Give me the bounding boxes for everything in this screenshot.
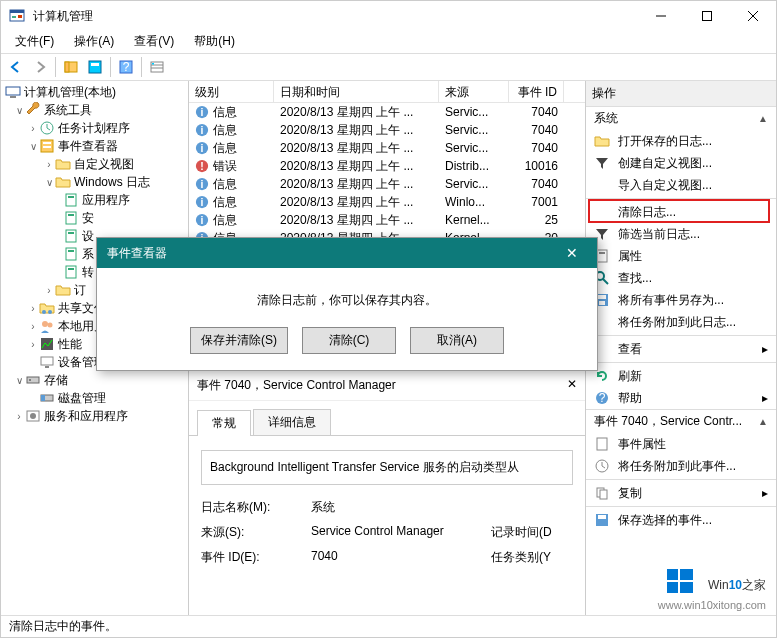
- maximize-button[interactable]: [684, 1, 730, 31]
- tree-task-scheduler[interactable]: ›任务计划程序: [3, 119, 186, 137]
- menu-view[interactable]: 查看(V): [124, 31, 184, 53]
- minimize-button[interactable]: [638, 1, 684, 31]
- menu-action[interactable]: 操作(A): [64, 31, 124, 53]
- expand-icon[interactable]: ›: [27, 339, 39, 350]
- watermark-url: www.win10xitong.com: [658, 599, 766, 611]
- action-save-events-as[interactable]: 将所有事件另存为...: [586, 289, 776, 311]
- titlebar: 计算机管理: [1, 1, 776, 31]
- action-help[interactable]: ?帮助▸: [586, 387, 776, 409]
- tab-general[interactable]: 常规: [197, 410, 251, 436]
- table-row[interactable]: i信息2020/8/13 星期四 上午 ...Servic...7040: [189, 139, 585, 157]
- dialog-clear-button[interactable]: 清除(C): [302, 327, 396, 354]
- action-view[interactable]: 查看▸: [586, 338, 776, 360]
- tree-disk-mgmt[interactable]: 磁盘管理: [3, 389, 186, 407]
- collapse-icon[interactable]: ▲: [758, 113, 768, 124]
- svg-rect-32: [66, 266, 76, 278]
- collapse-icon[interactable]: ∨: [13, 375, 25, 386]
- expand-icon[interactable]: ›: [13, 411, 25, 422]
- action-open-saved[interactable]: 打开保存的日志...: [586, 130, 776, 152]
- svg-rect-26: [66, 212, 76, 224]
- logname-value: 系统: [311, 499, 335, 516]
- action-create-custom[interactable]: 创建自定义视图...: [586, 152, 776, 174]
- tree-event-viewer[interactable]: ∨事件查看器: [3, 137, 186, 155]
- expand-icon[interactable]: ›: [43, 159, 55, 170]
- menu-file[interactable]: 文件(F): [5, 31, 64, 53]
- action-find[interactable]: 查找...: [586, 267, 776, 289]
- table-row[interactable]: i信息2020/8/13 星期四 上午 ...Servic...7040: [189, 121, 585, 139]
- log-icon: [63, 192, 79, 208]
- statusbar: 清除日志中的事件。: [1, 615, 776, 637]
- detail-close-icon[interactable]: ✕: [567, 377, 577, 394]
- tree-services-apps[interactable]: ›服务和应用程序: [3, 407, 186, 425]
- action-attach-task-event[interactable]: 将任务附加到此事件...: [586, 455, 776, 477]
- svg-point-42: [29, 379, 31, 381]
- svg-point-36: [42, 321, 48, 327]
- svg-rect-18: [6, 87, 20, 95]
- svg-rect-44: [41, 395, 45, 401]
- dialog-cancel-button[interactable]: 取消(A): [410, 327, 504, 354]
- svg-point-34: [42, 310, 46, 314]
- header-eventid[interactable]: 事件 ID: [509, 81, 564, 102]
- action-event-properties[interactable]: 事件属性: [586, 433, 776, 455]
- dialog-save-clear-button[interactable]: 保存并清除(S): [190, 327, 288, 354]
- tree-security-log[interactable]: 安: [3, 209, 186, 227]
- tree-windows-logs[interactable]: ∨Windows 日志: [3, 173, 186, 191]
- close-button[interactable]: [730, 1, 776, 31]
- tool-properties[interactable]: [84, 56, 106, 78]
- tree-system-tools[interactable]: ∨系统工具: [3, 101, 186, 119]
- action-copy[interactable]: 复制▸: [586, 482, 776, 504]
- header-source[interactable]: 来源: [439, 81, 509, 102]
- tree-root[interactable]: 计算机管理(本地): [3, 83, 186, 101]
- header-datetime[interactable]: 日期和时间: [274, 81, 439, 102]
- dialog-close-button[interactable]: ✕: [557, 245, 587, 261]
- expand-icon[interactable]: ›: [27, 123, 39, 134]
- action-attach-task-log[interactable]: 将任务附加到此日志...: [586, 311, 776, 333]
- collapse-icon[interactable]: ▲: [758, 416, 768, 427]
- back-button[interactable]: [5, 56, 27, 78]
- menu-help[interactable]: 帮助(H): [184, 31, 245, 53]
- svg-rect-40: [45, 366, 49, 368]
- table-row[interactable]: i信息2020/8/13 星期四 上午 ...Winlo...7001: [189, 193, 585, 211]
- header-level[interactable]: 级别: [189, 81, 274, 102]
- tool-show-hide[interactable]: [60, 56, 82, 78]
- svg-rect-11: [91, 63, 99, 66]
- forward-button[interactable]: [29, 56, 51, 78]
- table-row[interactable]: !错误2020/8/13 星期四 上午 ...Distrib...10016: [189, 157, 585, 175]
- expand-icon[interactable]: ›: [27, 321, 39, 332]
- tree-custom-views[interactable]: ›自定义视图: [3, 155, 186, 173]
- list-header: 级别 日期和时间 来源 事件 ID: [189, 81, 585, 103]
- svg-text:i: i: [201, 196, 204, 208]
- tool-help[interactable]: ?: [115, 56, 137, 78]
- dialog-message: 清除日志前，你可以保存其内容。: [117, 292, 577, 309]
- table-row[interactable]: i信息2020/8/13 星期四 上午 ...Servic...7040: [189, 175, 585, 193]
- svg-point-46: [30, 413, 36, 419]
- action-refresh[interactable]: 刷新: [586, 365, 776, 387]
- collapse-icon[interactable]: ∨: [43, 177, 55, 188]
- svg-text:?: ?: [599, 391, 606, 405]
- tool-views[interactable]: [146, 56, 168, 78]
- table-row[interactable]: i信息2020/8/13 星期四 上午 ...Kernel...25: [189, 211, 585, 229]
- svg-rect-69: [599, 301, 605, 305]
- tree-application-log[interactable]: 应用程序: [3, 191, 186, 209]
- expand-icon[interactable]: ›: [43, 285, 55, 296]
- device-icon: [39, 354, 55, 370]
- storage-icon: [25, 372, 41, 388]
- table-row[interactable]: i信息2020/8/13 星期四 上午 ...Servic...7040: [189, 103, 585, 121]
- expand-icon[interactable]: ›: [27, 303, 39, 314]
- collapse-icon[interactable]: ∨: [13, 105, 25, 116]
- svg-rect-41: [27, 377, 39, 383]
- action-filter-current[interactable]: 筛选当前日志...: [586, 223, 776, 245]
- svg-rect-25: [68, 196, 74, 198]
- action-properties[interactable]: 属性: [586, 245, 776, 267]
- taskcat-label: 任务类别(Y: [491, 549, 551, 566]
- collapse-icon[interactable]: ∨: [27, 141, 39, 152]
- action-save-selected[interactable]: 保存选择的事件...: [586, 509, 776, 531]
- svg-rect-78: [667, 569, 678, 580]
- tab-details[interactable]: 详细信息: [253, 409, 331, 435]
- tree-storage[interactable]: ∨存储: [3, 371, 186, 389]
- svg-text:i: i: [201, 142, 204, 154]
- svg-rect-3: [18, 15, 22, 18]
- action-import-custom[interactable]: 导入自定义视图...: [586, 174, 776, 196]
- users-icon: [39, 318, 55, 334]
- services-icon: [25, 408, 41, 424]
